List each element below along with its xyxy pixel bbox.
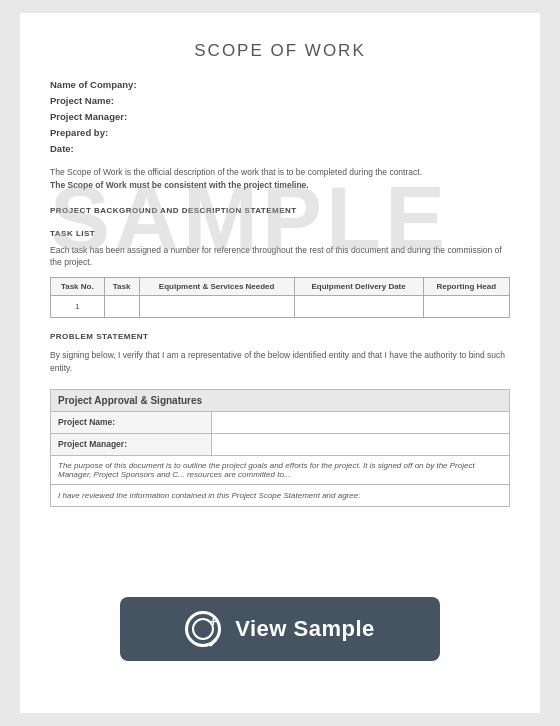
view-sample-button[interactable]: + View Sample [120,597,440,661]
col-equipment-services: Equipment & Services Needed [139,278,294,296]
problem-header: PROBLEM STATEMENT [50,332,510,341]
approval-reviewed-text: I have reviewed the information containe… [51,484,510,506]
approval-project-name-label: Project Name: [51,411,212,433]
cell-delivery-date [294,296,423,318]
col-task-no: Task No. [51,278,105,296]
approval-manager-value [211,433,509,455]
col-delivery-date: Equipment Delivery Date [294,278,423,296]
approval-section-title: Project Approval & Signatures [51,389,510,411]
prepared-by-field: Prepared by: [50,127,510,138]
approval-project-name-value [211,411,509,433]
problem-section: PROBLEM STATEMENT By signing below, I ve… [50,332,510,375]
cell-task [104,296,139,318]
background-section-header: PROJECT BACKGROUND AND DESCRIPTION STATE… [50,206,510,215]
date-field: Date: [50,143,510,154]
approval-row-reviewed: I have reviewed the information containe… [51,484,510,506]
project-name-field: Project Name: [50,95,510,106]
cell-task-no: 1 [51,296,105,318]
task-list-description: Each task has been assigned a number for… [50,244,510,270]
problem-text: By signing below, I verify that I am a r… [50,349,510,375]
task-list-header: TASK LIST [50,229,510,238]
intro-text: The Scope of Work is the official descri… [50,166,510,192]
view-sample-label: View Sample [235,616,375,642]
project-manager-field: Project Manager: [50,111,510,122]
approval-manager-label: Project Manager: [51,433,212,455]
search-icon: + [185,611,221,647]
approval-table: Project Approval & Signatures Project Na… [50,389,510,507]
col-task: Task [104,278,139,296]
approval-row-project-name: Project Name: [51,411,510,433]
col-reporting-head: Reporting Head [423,278,509,296]
task-table: Task No. Task Equipment & Services Neede… [50,277,510,318]
cell-equipment-services [139,296,294,318]
document-title: SCOPE OF WORK [50,41,510,61]
cell-reporting-head [423,296,509,318]
approval-purpose-text: The purpose of this document is to outli… [51,455,510,484]
table-row: 1 [51,296,510,318]
plus-icon: + [210,615,218,628]
approval-row-purpose: The purpose of this document is to outli… [51,455,510,484]
approval-row-manager: Project Manager: [51,433,510,455]
company-field: Name of Company: [50,79,510,90]
